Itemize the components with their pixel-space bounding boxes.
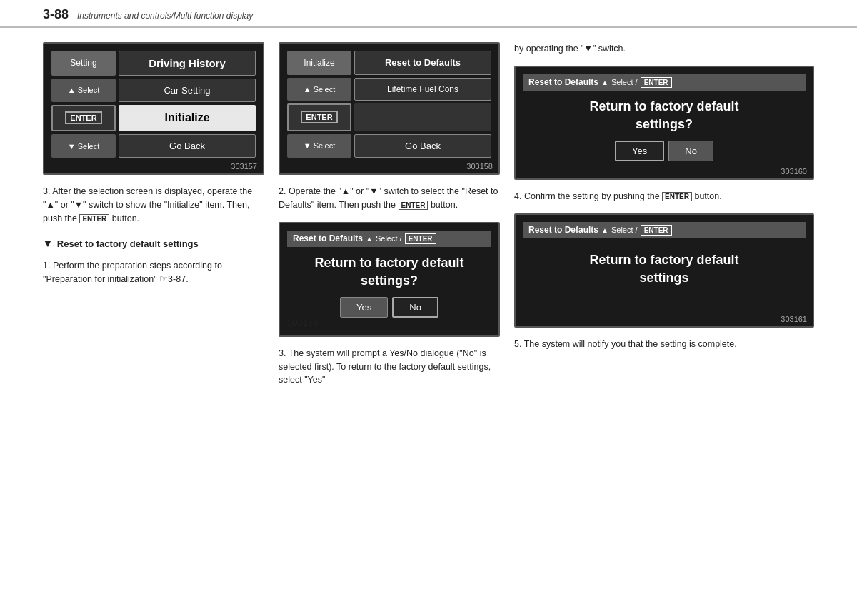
dialog2-topbar: Reset to Defaults ▲ Select / ENTER (523, 74, 806, 91)
dialog2-buttons: Yes No (523, 141, 806, 161)
step4-text: 4. Confirm the setting by pushing the EN… (514, 190, 814, 203)
screen1: Setting Driving History ▲ Select Car Set… (43, 42, 264, 175)
screen1-row0-left: Setting (51, 51, 116, 76)
page-subtitle: Instruments and controls/Multi function … (77, 11, 253, 21)
dialog2-body: Return to factory default settings? (523, 98, 806, 133)
step5-text: 5. The system will notify you that the s… (514, 338, 814, 351)
dialog-screen3: Reset to Defaults ▲ Select / ENTER Retur… (514, 213, 814, 328)
screen2-row2-right (354, 103, 491, 131)
screen1-code: 303157 (231, 162, 257, 171)
dialog3-code: 303161 (781, 315, 807, 323)
dialog3-topbar: Reset to Defaults ▲ Select / ENTER (523, 222, 806, 238)
col-mid: Initialize Reset to Defaults ▲ Select Li… (279, 42, 500, 594)
col-left: Setting Driving History ▲ Select Car Set… (43, 42, 264, 594)
dialog3-body: Return to factory default settings (523, 244, 806, 298)
step3-mid2-text: by operating the "▼" switch. (514, 42, 814, 56)
screen1-row1-right: Car Setting (119, 79, 256, 102)
page-number: 3-88 (43, 7, 69, 22)
dialog1-no-btn[interactable]: No (392, 297, 438, 318)
screen2: Initialize Reset to Defaults ▲ Select Li… (279, 42, 500, 175)
dialog2-code: 303160 (781, 167, 807, 176)
screen2-code: 303158 (466, 162, 493, 171)
enter-inline2: ENTER (399, 201, 428, 210)
dialog-screen1: Reset to Defaults ▲ Select / ENTER Retur… (279, 222, 500, 337)
screen1-row3-right: Go Back (119, 134, 256, 158)
enter-inline3: ENTER (662, 192, 692, 201)
step3-mid-text: 3. The system will prompt a Yes/No dialo… (279, 347, 500, 387)
screen1-row3-left: ▼ Select (51, 134, 116, 158)
screen2-row1-right: Lifetime Fuel Cons (354, 78, 491, 101)
dialog2-yes-btn[interactable]: Yes (615, 141, 664, 161)
screen1-row0-right: Driving History (119, 51, 256, 76)
screen2-row1-left: ▲ Select (287, 78, 351, 101)
screen1-grid: Setting Driving History ▲ Select Car Set… (51, 51, 256, 158)
step2-text: 2. Operate the "▲" or "▼" switch to sele… (279, 185, 500, 212)
screen1-row1-left: ▲ Select (51, 79, 116, 102)
screen2-row0-left: Initialize (287, 51, 351, 75)
step1-text: 1. Perform the preparation steps accordi… (43, 259, 264, 286)
content-area: Setting Driving History ▲ Select Car Set… (0, 28, 857, 608)
screen2-row0-right: Reset to Defaults (354, 51, 491, 75)
dialog1-buttons: Yes No (287, 297, 491, 318)
dialog1-body: Return to factory default settings? (287, 254, 491, 290)
section-title: ▼ Reset to factory default settings (43, 238, 264, 249)
dialog1-yes-btn[interactable]: Yes (340, 297, 388, 318)
dialog2-no-btn[interactable]: No (668, 141, 713, 161)
screen2-row3-right: Go Back (354, 134, 491, 158)
col-right: by operating the "▼" switch. Reset to De… (514, 42, 814, 594)
dialog-screen2: Reset to Defaults ▲ Select / ENTER Retur… (514, 66, 814, 180)
screen2-row2-left: ENTER (287, 103, 351, 131)
triangle-icon: ▼ (43, 238, 53, 249)
screen2-grid: Initialize Reset to Defaults ▲ Select Li… (287, 51, 491, 158)
dialog1-code: 303159 (287, 318, 491, 328)
page-header: 3-88 Instruments and controls/Multi func… (0, 0, 857, 28)
dialog1-topbar: Reset to Defaults ▲ Select / ENTER (287, 231, 491, 247)
screen2-row3-left: ▼ Select (287, 134, 351, 158)
screen1-row2-left: ENTER (51, 105, 116, 132)
enter-inline1: ENTER (79, 214, 109, 223)
screen1-row2-right: Initialize (119, 105, 256, 132)
step3-left-text: 3. After the selection screen is display… (43, 185, 264, 225)
